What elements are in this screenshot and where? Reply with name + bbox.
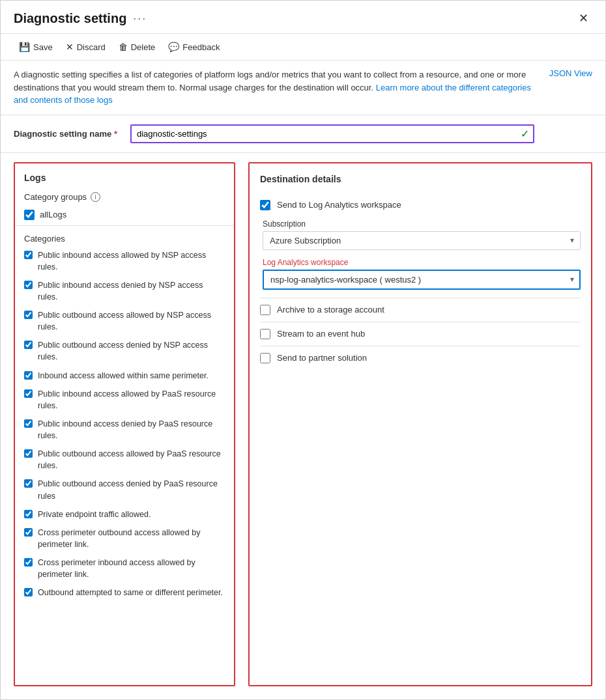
- feedback-label: Feedback: [182, 42, 220, 52]
- destination-panel-title: Destination details: [260, 174, 581, 184]
- category-label: Public outbound access allowed by PaaS r…: [38, 448, 225, 471]
- feedback-button[interactable]: 💬 Feedback: [163, 39, 225, 55]
- title-bar: Diagnostic setting ··· ✕: [1, 1, 605, 34]
- discard-label: Discard: [77, 42, 106, 52]
- log-analytics-header: Send to Log Analytics workspace: [260, 200, 581, 210]
- setting-name-input-wrap: ✓: [130, 124, 534, 143]
- category-checkbox[interactable]: [24, 510, 33, 518]
- category-label: Public outbound access allowed by NSP ac…: [38, 309, 225, 333]
- list-item: Public inbound access allowed by NSP acc…: [15, 246, 234, 276]
- categories-section-label: Categories: [15, 227, 234, 246]
- discard-button[interactable]: ✕ Discard: [61, 39, 111, 55]
- list-item: Outbound attempted to same or different …: [15, 583, 234, 602]
- category-label: Public outbound access denied by PaaS re…: [38, 478, 225, 501]
- feedback-icon: 💬: [168, 42, 179, 52]
- page-title: Diagnostic setting: [14, 11, 126, 26]
- json-view-link[interactable]: JSON View: [549, 68, 592, 78]
- storage-checkbox[interactable]: [260, 305, 270, 315]
- storage-option: Archive to a storage account: [260, 298, 581, 322]
- check-icon: ✓: [521, 128, 529, 140]
- category-checkbox[interactable]: [24, 528, 33, 537]
- category-groups-label: Category groups i: [15, 188, 234, 206]
- storage-label: Archive to a storage account: [277, 305, 384, 315]
- subscription-select[interactable]: Azure Subscription: [263, 231, 581, 250]
- subscription-label: Subscription: [263, 219, 581, 229]
- category-checkbox[interactable]: [24, 449, 33, 458]
- log-analytics-sub: Subscription Azure Subscription ▾ Log An…: [260, 219, 581, 290]
- list-item: Private endpoint traffic allowed.: [15, 505, 234, 524]
- dialog: Diagnostic setting ··· ✕ 💾 Save ✕ Discar…: [0, 0, 606, 700]
- log-analytics-checkbox[interactable]: [260, 200, 270, 210]
- workspace-select[interactable]: nsp-log-analytics-workspace ( westus2 ): [263, 270, 581, 290]
- toolbar: 💾 Save ✕ Discard 🗑 Delete 💬 Feedback: [1, 34, 605, 61]
- list-item: Cross perimeter inbound access allowed b…: [15, 553, 234, 583]
- category-label: Cross perimeter inbound access allowed b…: [38, 557, 225, 580]
- category-label: Public inbound access allowed by PaaS re…: [38, 388, 225, 412]
- category-checkbox[interactable]: [24, 479, 33, 488]
- save-button[interactable]: 💾 Save: [14, 39, 58, 55]
- allLogs-label: allLogs: [40, 210, 66, 219]
- info-description: A diagnostic setting specifies a list of…: [14, 68, 539, 107]
- category-label: Private endpoint traffic allowed.: [38, 509, 151, 520]
- list-item: Public inbound access allowed by PaaS re…: [15, 385, 234, 415]
- partner-checkbox[interactable]: [260, 353, 270, 363]
- list-item: Public outbound access allowed by NSP ac…: [15, 306, 234, 336]
- category-checkbox[interactable]: [24, 371, 33, 380]
- list-item: Public inbound access denied by NSP acce…: [15, 276, 234, 306]
- list-item: Public outbound access allowed by PaaS r…: [15, 445, 234, 475]
- delete-label: Delete: [131, 42, 156, 52]
- allLogs-row: allLogs: [15, 206, 234, 224]
- category-label: Public outbound access denied by NSP acc…: [38, 339, 225, 363]
- subscription-select-wrap: Azure Subscription ▾: [263, 231, 581, 250]
- main-content: Logs Category groups i allLogs Categorie…: [1, 153, 605, 700]
- category-checkbox[interactable]: [24, 251, 33, 259]
- category-label: Public inbound access denied by PaaS res…: [38, 418, 225, 441]
- list-item: Public outbound access denied by NSP acc…: [15, 336, 234, 366]
- category-label: Cross perimeter outbound access allowed …: [38, 527, 225, 550]
- allLogs-checkbox[interactable]: [24, 210, 35, 220]
- delete-button[interactable]: 🗑 Delete: [113, 39, 161, 55]
- more-options-icon: ···: [133, 12, 147, 25]
- category-checkbox[interactable]: [24, 389, 33, 398]
- close-button[interactable]: ✕: [575, 10, 592, 27]
- category-label: Public inbound access allowed by NSP acc…: [38, 249, 225, 273]
- info-bar: A diagnostic setting specifies a list of…: [1, 61, 605, 115]
- logs-panel-title: Logs: [15, 173, 234, 188]
- workspace-label: Log Analytics workspace: [263, 258, 581, 267]
- partner-label: Send to partner solution: [277, 353, 367, 363]
- category-label: Public inbound access denied by NSP acce…: [38, 279, 225, 303]
- destination-panel: Destination details Send to Log Analytic…: [248, 162, 592, 687]
- log-analytics-section: Send to Log Analytics workspace Subscrip…: [260, 193, 581, 298]
- event-hub-label: Stream to an event hub: [277, 329, 365, 339]
- category-checkbox[interactable]: [24, 588, 33, 596]
- category-checkbox[interactable]: [24, 311, 33, 319]
- title-left: Diagnostic setting ···: [14, 11, 147, 26]
- setting-name-input[interactable]: [130, 124, 534, 143]
- list-item: Public outbound access denied by PaaS re…: [15, 475, 234, 505]
- info-icon[interactable]: i: [91, 192, 100, 202]
- workspace-select-wrap: nsp-log-analytics-workspace ( westus2 ) …: [263, 270, 581, 290]
- setting-name-label: Diagnostic setting name *: [14, 129, 117, 139]
- setting-name-row: Diagnostic setting name * ✓: [1, 115, 605, 153]
- event-hub-checkbox[interactable]: [260, 329, 270, 339]
- category-label: Inbound access allowed within same perim…: [38, 370, 209, 382]
- category-checkbox[interactable]: [24, 558, 33, 567]
- list-item: Inbound access allowed within same perim…: [15, 367, 234, 385]
- discard-icon: ✕: [66, 42, 74, 52]
- category-label: Outbound attempted to same or different …: [38, 587, 223, 598]
- delete-icon: 🗑: [119, 42, 128, 52]
- event-hub-option: Stream to an event hub: [260, 322, 581, 346]
- category-checkbox[interactable]: [24, 281, 33, 289]
- save-icon: 💾: [19, 42, 30, 52]
- logs-panel: Logs Category groups i allLogs Categorie…: [14, 162, 235, 687]
- category-checkbox[interactable]: [24, 419, 33, 428]
- log-analytics-label: Send to Log Analytics workspace: [277, 200, 401, 210]
- list-item: Public inbound access denied by PaaS res…: [15, 415, 234, 445]
- category-checkbox[interactable]: [24, 341, 33, 349]
- save-label: Save: [33, 42, 53, 52]
- partner-option: Send to partner solution: [260, 346, 581, 370]
- list-item: Cross perimeter outbound access allowed …: [15, 524, 234, 553]
